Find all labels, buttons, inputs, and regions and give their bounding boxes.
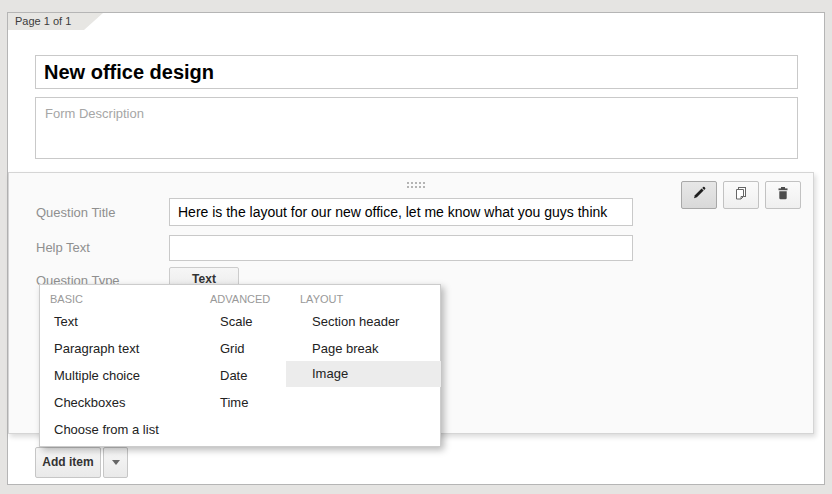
help-text-label: Help Text (36, 240, 90, 255)
duplicate-question-button[interactable] (723, 181, 759, 209)
menu-item-page-break[interactable]: Page break (312, 335, 379, 362)
drag-handle-icon[interactable] (406, 181, 425, 188)
menu-item-paragraph-text[interactable]: Paragraph text (54, 335, 139, 362)
page-tab-label: Page 1 of 1 (15, 15, 71, 27)
menu-header-advanced: ADVANCED (210, 293, 270, 305)
question-toolbar (681, 181, 801, 209)
page-tab: Page 1 of 1 (8, 13, 104, 30)
menu-header-basic: BASIC (50, 293, 83, 305)
add-item-dropdown-button[interactable] (103, 447, 128, 478)
menu-item-multiple-choice[interactable]: Multiple choice (54, 362, 140, 389)
menu-item-choose-from-a-list[interactable]: Choose from a list (54, 416, 159, 443)
menu-item-section-header[interactable]: Section header (312, 308, 399, 335)
add-item-button[interactable]: Add item (35, 447, 101, 478)
menu-item-date[interactable]: Date (220, 362, 247, 389)
question-title-label: Question Title (36, 205, 116, 220)
menu-item-grid[interactable]: Grid (220, 335, 245, 362)
form-title-input[interactable] (35, 55, 798, 89)
menu-header-layout: LAYOUT (300, 293, 343, 305)
menu-item-time[interactable]: Time (220, 389, 248, 416)
chevron-down-icon (112, 460, 120, 465)
trash-icon (775, 185, 791, 205)
menu-item-scale[interactable]: Scale (220, 308, 253, 335)
menu-item-checkboxes[interactable]: Checkboxes (54, 389, 126, 416)
add-item-split-button: Add item (35, 447, 128, 478)
pencil-icon (691, 185, 707, 205)
duplicate-icon (733, 185, 749, 205)
question-title-input[interactable] (169, 198, 633, 226)
form-description-input[interactable] (35, 97, 798, 159)
help-text-input[interactable] (169, 235, 633, 261)
menu-item-image[interactable]: Image (286, 361, 441, 387)
form-editor-window: Page 1 of 1 (7, 12, 825, 485)
question-type-menu: BASIC ADVANCED LAYOUT Text Paragraph tex… (39, 284, 441, 447)
menu-item-text[interactable]: Text (54, 308, 78, 335)
edit-question-button[interactable] (681, 181, 717, 209)
delete-question-button[interactable] (765, 181, 801, 209)
